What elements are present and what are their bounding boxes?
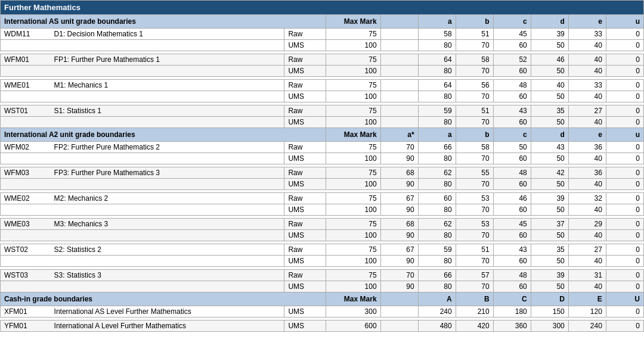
grade-value-a: 80 [418,40,456,51]
grade-value-c: 60 [493,230,531,241]
grade-header-c: c [493,128,531,142]
unit-code [1,40,51,51]
unit-code [1,117,51,128]
grade-value-c: 48 [493,270,531,281]
grade-value-u: 0 [606,244,643,256]
max-mark: 75 [326,80,380,91]
score-type: UMS [284,153,326,164]
grade-value-a: 58 [418,29,456,40]
unit-name [51,179,284,190]
unit-name: M1: Mechanics 1 [51,80,284,91]
data-row: WST03S3: Statistics 3Raw757066574839310 [1,270,644,281]
grade-value-c: 60 [493,179,531,190]
data-row: WST02S2: Statistics 2Raw756759514335270 [1,244,644,256]
grade-header-a: a [418,128,456,142]
section-label: International A2 unit grade boundaries [1,128,326,142]
empty-astar-val [380,80,418,91]
grade-value-e: 29 [568,219,606,230]
grade-value-b: 70 [456,179,493,190]
unit-code: WME03 [1,219,51,230]
data-row: WME02M2: Mechanics 2Raw756760534639320 [1,193,644,204]
max-mark: 100 [326,153,380,164]
unit-code: WFM03 [1,167,51,179]
empty-astar-val [380,54,418,66]
grade-value-d: 50 [531,230,568,241]
grade-value-u: 0 [606,256,643,267]
grade-value-astar: 90 [380,230,418,241]
data-row: WST01S1: Statistics 1Raw7559514335270 [1,105,644,117]
max-mark-header: Max Mark [326,128,380,142]
grade-header-b: b [456,128,493,142]
grade-value-astar: 90 [380,281,418,292]
unit-name: International A Level Further Mathematic… [51,320,284,332]
grade-value-e: 40 [568,153,606,164]
unit-name: M2: Mechanics 2 [51,193,284,204]
grade-value-b: 58 [456,142,493,153]
max-mark: 75 [326,193,380,204]
max-mark: 100 [326,66,380,77]
max-mark: 100 [326,281,380,292]
unit-name: S2: Statistics 2 [51,244,284,256]
section-header-a2-unit: International A2 unit grade boundariesMa… [1,128,644,142]
score-type: UMS [284,179,326,190]
grade-value-e: 40 [568,281,606,292]
score-type: Raw [284,80,326,91]
grade-value-d: 150 [531,306,568,318]
grade-value-a: 80 [418,204,456,216]
grade-value-astar: 90 [380,256,418,267]
score-type: Raw [284,244,326,256]
grade-value-d: 50 [531,91,568,102]
grade-header-d: d [531,15,568,29]
score-type: Raw [284,219,326,230]
data-row: WFM02FP2: Further Pure Mathematics 2Raw7… [1,142,644,153]
unit-code: WST03 [1,270,51,281]
grade-value-d: 50 [531,153,568,164]
grade-value-b: 70 [456,117,493,128]
section-label: International AS unit grade boundaries [1,15,326,29]
grade-header-a: a [418,15,456,29]
grade-header-e: e [568,128,606,142]
grade-value-u: 0 [606,80,643,91]
data-row: WFM03FP3: Further Pure Mathematics 3Raw7… [1,167,644,179]
max-mark: 75 [326,270,380,281]
grade-value-a: 80 [418,230,456,241]
grade-value-c: 60 [493,256,531,267]
grade-value-u: 0 [606,306,643,318]
grade-value-u: 0 [606,40,643,51]
data-row: UMS10080706050400 [1,91,644,102]
empty-astar-val [380,306,418,318]
unit-name: M3: Mechanics 3 [51,219,284,230]
score-type: Raw [284,29,326,40]
data-row: UMS10080706050400 [1,117,644,128]
grade-value-c: 60 [493,40,531,51]
grade-value-e: 36 [568,142,606,153]
unit-name: D1: Decision Mathematics 1 [51,29,284,40]
grade-value-e: 40 [568,230,606,241]
grade-value-astar: 90 [380,153,418,164]
grade-value-a: 66 [418,142,456,153]
grade-value-d: 50 [531,179,568,190]
grade-value-a: 66 [418,270,456,281]
grade-value-c: 52 [493,54,531,66]
grade-value-astar: 68 [380,167,418,179]
data-row: UMS10080706050400 [1,66,644,77]
score-type: Raw [284,193,326,204]
grade-value-e: 33 [568,29,606,40]
unit-code: YFM01 [1,320,51,332]
grade-value-b: 58 [456,54,493,66]
grade-value-b: 70 [456,153,493,164]
grade-value-c: 60 [493,153,531,164]
grade-value-d: 35 [531,244,568,256]
max-mark: 100 [326,91,380,102]
unit-code [1,179,51,190]
grade-value-u: 0 [606,29,643,40]
data-row: XFM01International AS Level Further Math… [1,306,644,318]
grade-value-e: 33 [568,80,606,91]
unit-code: WDM11 [1,29,51,40]
grade-value-d: 39 [531,270,568,281]
grade-value-c: 46 [493,193,531,204]
grade-value-a: 60 [418,193,456,204]
grade-value-b: 70 [456,66,493,77]
unit-name [51,91,284,102]
unit-code [1,230,51,241]
